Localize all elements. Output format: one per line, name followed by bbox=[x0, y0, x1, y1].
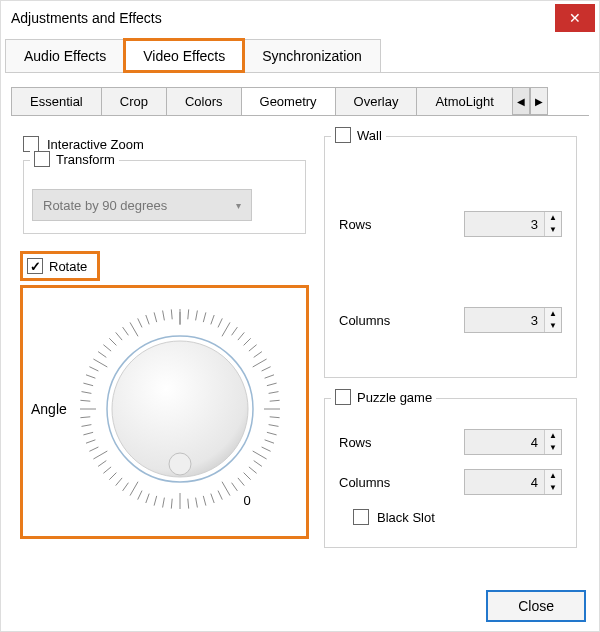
svg-line-55 bbox=[80, 400, 90, 401]
svg-line-32 bbox=[211, 494, 214, 503]
wall-cols-value: 3 bbox=[465, 313, 544, 328]
chevron-right-icon: ▶ bbox=[535, 96, 543, 107]
svg-line-57 bbox=[83, 383, 93, 386]
svg-line-17 bbox=[270, 400, 280, 401]
svg-line-71 bbox=[171, 309, 172, 319]
svg-point-75 bbox=[169, 453, 191, 475]
svg-line-38 bbox=[162, 498, 164, 508]
spinner-up-icon[interactable]: ▲ bbox=[545, 470, 561, 482]
svg-line-65 bbox=[122, 327, 128, 335]
svg-line-61 bbox=[98, 352, 106, 358]
transform-dropdown[interactable]: Rotate by 90 degrees ▾ bbox=[32, 189, 252, 221]
tab-video-effects[interactable]: Video Effects bbox=[124, 39, 244, 72]
svg-line-5 bbox=[218, 318, 222, 327]
svg-line-1 bbox=[188, 309, 189, 319]
svg-line-47 bbox=[98, 461, 106, 467]
titlebar: Adjustments and Effects ✕ bbox=[1, 1, 599, 35]
svg-line-27 bbox=[243, 473, 250, 480]
svg-line-25 bbox=[254, 461, 262, 467]
svg-line-67 bbox=[138, 318, 142, 327]
subtab-scroll-left[interactable]: ◀ bbox=[512, 87, 530, 115]
svg-line-28 bbox=[238, 478, 244, 486]
puzzle-label: Puzzle game bbox=[357, 390, 432, 405]
wall-cols-spinner[interactable]: 3 ▲ ▼ bbox=[464, 307, 562, 333]
transform-label: Transform bbox=[56, 152, 115, 167]
wall-group: Wall Rows 3 ▲ ▼ Columns bbox=[324, 136, 577, 378]
close-button[interactable]: Close bbox=[486, 590, 586, 622]
svg-line-50 bbox=[86, 440, 95, 443]
puzzle-checkbox[interactable] bbox=[335, 389, 351, 405]
svg-line-59 bbox=[89, 367, 98, 371]
subtab-geometry[interactable]: Geometry bbox=[241, 87, 336, 115]
black-slot-label: Black Slot bbox=[377, 510, 435, 525]
spinner-down-icon[interactable]: ▼ bbox=[545, 224, 561, 236]
subtab-colors[interactable]: Colors bbox=[166, 87, 242, 115]
svg-line-51 bbox=[83, 432, 93, 435]
spinner-up-icon[interactable]: ▲ bbox=[545, 308, 561, 320]
svg-line-52 bbox=[81, 425, 91, 427]
sub-tabs-bar: Essential Crop Colors Geometry Overlay A… bbox=[11, 87, 589, 116]
puzzle-cols-label: Columns bbox=[339, 475, 390, 490]
spinner-up-icon[interactable]: ▲ bbox=[545, 212, 561, 224]
svg-line-8 bbox=[238, 332, 244, 340]
svg-line-15 bbox=[267, 383, 277, 386]
spinner-down-icon[interactable]: ▼ bbox=[545, 320, 561, 332]
subtab-essential[interactable]: Essential bbox=[11, 87, 102, 115]
wall-cols-label: Columns bbox=[339, 313, 390, 328]
svg-line-2 bbox=[195, 311, 197, 321]
black-slot-checkbox[interactable] bbox=[353, 509, 369, 525]
rotate-checkbox[interactable] bbox=[27, 258, 43, 274]
spinner-up-icon[interactable]: ▲ bbox=[545, 430, 561, 442]
svg-line-26 bbox=[249, 467, 257, 473]
svg-line-68 bbox=[146, 315, 149, 324]
svg-line-14 bbox=[264, 375, 273, 378]
subtab-overlay[interactable]: Overlay bbox=[335, 87, 418, 115]
tab-synchronization[interactable]: Synchronization bbox=[243, 39, 381, 72]
subtab-crop[interactable]: Crop bbox=[101, 87, 167, 115]
wall-rows-spinner[interactable]: 3 ▲ ▼ bbox=[464, 211, 562, 237]
spinner-down-icon[interactable]: ▼ bbox=[545, 442, 561, 454]
puzzle-rows-spinner[interactable]: 4 ▲ ▼ bbox=[464, 429, 562, 455]
angle-label: Angle bbox=[31, 401, 67, 417]
svg-line-64 bbox=[116, 332, 122, 340]
subtab-atmolight[interactable]: AtmoLight bbox=[416, 87, 513, 115]
svg-line-16 bbox=[268, 392, 278, 394]
puzzle-group: Puzzle game Rows 4 ▲ ▼ Columns 4 bbox=[324, 398, 577, 548]
tab-audio-effects[interactable]: Audio Effects bbox=[5, 39, 125, 72]
svg-line-41 bbox=[138, 491, 142, 500]
svg-line-33 bbox=[203, 496, 206, 506]
svg-line-30 bbox=[222, 482, 230, 496]
svg-line-35 bbox=[188, 499, 189, 509]
svg-line-13 bbox=[261, 367, 270, 371]
svg-line-48 bbox=[93, 451, 107, 459]
svg-line-46 bbox=[103, 467, 111, 473]
transform-group: Transform Rotate by 90 degrees ▾ bbox=[23, 160, 306, 234]
angle-dial-group: Angle bbox=[23, 288, 306, 536]
wall-checkbox[interactable] bbox=[335, 127, 351, 143]
interactive-zoom-checkbox[interactable] bbox=[23, 136, 39, 152]
main-tabs-bar: Audio Effects Video Effects Synchronizat… bbox=[5, 39, 599, 73]
angle-dial[interactable]: 0 bbox=[75, 304, 285, 514]
svg-line-37 bbox=[171, 499, 172, 509]
svg-line-23 bbox=[261, 447, 270, 451]
interactive-zoom-row: Interactive Zoom bbox=[23, 136, 306, 152]
svg-line-19 bbox=[270, 417, 280, 418]
svg-line-29 bbox=[231, 483, 237, 491]
svg-line-20 bbox=[268, 425, 278, 427]
puzzle-cols-spinner[interactable]: 4 ▲ ▼ bbox=[464, 469, 562, 495]
chevron-down-icon: ▾ bbox=[236, 200, 241, 211]
transform-checkbox[interactable] bbox=[34, 151, 50, 167]
svg-line-10 bbox=[249, 345, 257, 351]
svg-line-44 bbox=[116, 478, 122, 486]
subtab-scroll-right[interactable]: ▶ bbox=[530, 87, 548, 115]
puzzle-rows-value: 4 bbox=[465, 435, 544, 450]
svg-line-22 bbox=[264, 440, 273, 443]
svg-line-34 bbox=[195, 498, 197, 508]
interactive-zoom-label: Interactive Zoom bbox=[47, 137, 144, 152]
svg-line-24 bbox=[253, 451, 267, 459]
rotate-row: Rotate bbox=[23, 254, 97, 278]
spinner-down-icon[interactable]: ▼ bbox=[545, 482, 561, 494]
svg-line-58 bbox=[86, 375, 95, 378]
close-window-button[interactable]: ✕ bbox=[555, 4, 595, 32]
svg-line-49 bbox=[89, 447, 98, 451]
